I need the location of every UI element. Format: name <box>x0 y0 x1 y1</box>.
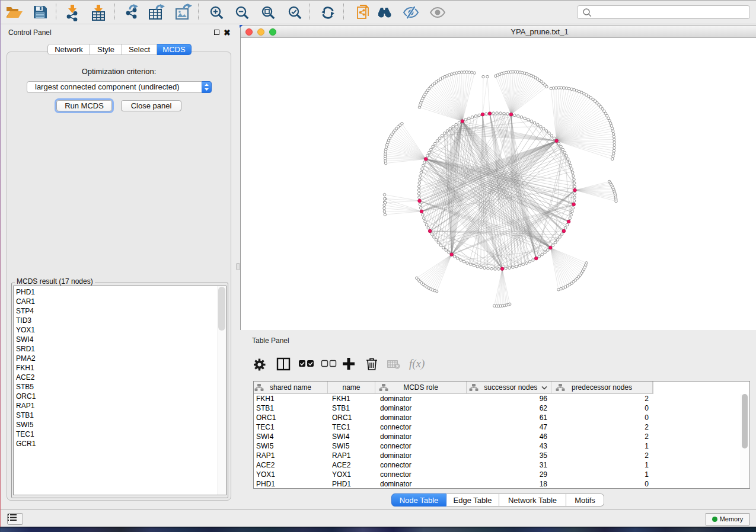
svg-text:f(x): f(x) <box>409 357 425 370</box>
